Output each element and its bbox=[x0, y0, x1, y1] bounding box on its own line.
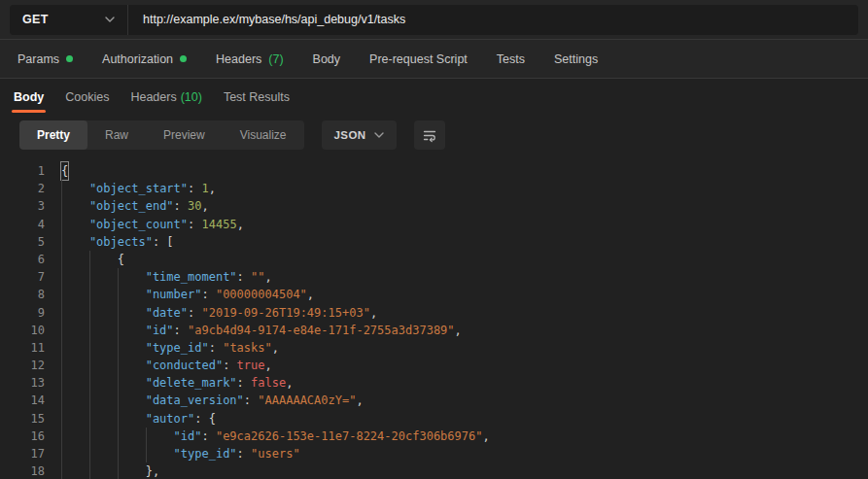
tab-label: Headers bbox=[216, 52, 261, 66]
line-content: "object_end": 30, bbox=[61, 197, 209, 215]
method-select[interactable]: GET bbox=[10, 5, 128, 35]
response-tab-test-results[interactable]: Test Results bbox=[222, 81, 292, 114]
request-tab-settings[interactable]: Settings bbox=[554, 52, 598, 66]
chevron-down-icon bbox=[105, 17, 115, 22]
line-number: 10 bbox=[0, 322, 45, 339]
token-bool: false bbox=[251, 374, 286, 392]
line-content: "object_start": 1, bbox=[61, 180, 216, 197]
code-line: 1{ bbox=[0, 162, 868, 180]
token-str: "tasks" bbox=[223, 339, 272, 357]
view-mode-raw[interactable]: Raw bbox=[87, 120, 146, 150]
indent-guide bbox=[89, 268, 118, 286]
token-brace-hl: { bbox=[61, 162, 68, 180]
code-line: 3"object_end": 30, bbox=[0, 197, 868, 215]
indent-guide bbox=[61, 339, 89, 357]
indent-guide bbox=[89, 392, 118, 409]
token-key: "id" bbox=[146, 322, 174, 339]
token-key: "objects" bbox=[89, 233, 153, 251]
token-key: "autor" bbox=[146, 410, 195, 428]
indent-guide bbox=[118, 374, 146, 392]
code-line: 14"data_version": "AAAAAACA0zY=", bbox=[0, 392, 868, 409]
response-tab-cookies[interactable]: Cookies bbox=[63, 81, 111, 114]
indent-guide bbox=[89, 357, 118, 374]
token-punc: : bbox=[237, 445, 251, 462]
indent-guide bbox=[89, 462, 118, 479]
token-punc: : bbox=[237, 268, 251, 286]
line-number: 5 bbox=[0, 233, 45, 251]
request-tab-params[interactable]: Params bbox=[17, 52, 73, 66]
format-select[interactable]: JSON bbox=[322, 120, 398, 150]
indent-guide bbox=[118, 357, 146, 374]
indent-guide bbox=[118, 462, 146, 479]
green-dot-icon bbox=[66, 55, 73, 62]
line-content: "id": "e9ca2626-153e-11e7-8224-20cf306b6… bbox=[61, 428, 490, 445]
response-tab-headers[interactable]: Headers(10) bbox=[128, 81, 203, 114]
request-tab-pre-request-script[interactable]: Pre-request Script bbox=[369, 52, 468, 66]
indent-guide bbox=[118, 322, 146, 339]
response-view-controls: PrettyRawPreviewVisualize JSON bbox=[19, 120, 868, 150]
indent-guide bbox=[118, 392, 146, 409]
url-input[interactable]: http://example.ex/mybase/hs/api_debug/v1… bbox=[128, 5, 858, 35]
indent-guide bbox=[146, 445, 174, 462]
line-content: "type_id": "users" bbox=[61, 445, 300, 462]
line-number: 9 bbox=[0, 304, 45, 322]
line-content: "date": "2019-09-26T19:49:15+03", bbox=[61, 304, 377, 322]
token-key: "time_moment" bbox=[146, 268, 237, 286]
token-punc: : bbox=[188, 180, 201, 197]
request-tabs: ParamsAuthorizationHeaders(7)BodyPre-req… bbox=[0, 40, 868, 79]
code-line: 17"type_id": "users" bbox=[0, 445, 868, 462]
indent-guide bbox=[89, 410, 118, 428]
view-mode-preview[interactable]: Preview bbox=[146, 120, 223, 150]
wrap-text-button[interactable] bbox=[414, 120, 445, 150]
token-punc: : bbox=[201, 286, 215, 303]
line-content: "delete_mark": false, bbox=[61, 374, 293, 392]
token-str: "a9cb4d94-9174-e84e-171f-2755a3d37389" bbox=[188, 322, 455, 339]
token-punc: { bbox=[118, 251, 124, 268]
indent-guide bbox=[89, 286, 118, 303]
request-tab-headers[interactable]: Headers(7) bbox=[216, 52, 284, 66]
line-number: 7 bbox=[0, 268, 45, 286]
line-content: "time_moment": "", bbox=[61, 268, 272, 286]
line-number: 17 bbox=[0, 445, 45, 462]
code-line: 9"date": "2019-09-26T19:49:15+03", bbox=[0, 304, 868, 322]
request-url-bar: GET http://example.ex/mybase/hs/api_debu… bbox=[0, 0, 868, 40]
indent-guide bbox=[61, 462, 89, 479]
indent-guide bbox=[118, 304, 146, 322]
indent-guide bbox=[61, 286, 89, 303]
token-punc: , bbox=[370, 304, 377, 322]
indent-guide bbox=[61, 197, 89, 215]
text-wrap-icon bbox=[422, 127, 437, 143]
token-punc: : bbox=[237, 374, 251, 392]
tab-count-badge: (10) bbox=[181, 90, 202, 104]
view-mode-pretty[interactable]: Pretty bbox=[19, 120, 87, 150]
line-content: "id": "a9cb4d94-9174-e84e-171f-2755a3d37… bbox=[61, 322, 462, 339]
response-tab-body[interactable]: Body bbox=[12, 81, 46, 114]
chevron-down-icon bbox=[374, 132, 384, 138]
indent-guide bbox=[89, 374, 118, 392]
indent-guide bbox=[61, 216, 89, 233]
line-number: 6 bbox=[0, 251, 45, 268]
token-key: "data_version" bbox=[146, 392, 244, 409]
line-content: "type_id": "tasks", bbox=[61, 339, 279, 357]
indent-guide bbox=[89, 445, 118, 462]
request-tab-tests[interactable]: Tests bbox=[497, 52, 525, 66]
indent-guide bbox=[61, 410, 89, 428]
token-key: "object_end" bbox=[89, 197, 174, 215]
token-punc: , bbox=[265, 357, 272, 374]
indent-guide bbox=[61, 322, 89, 339]
url-control: GET http://example.ex/mybase/hs/api_debu… bbox=[10, 5, 858, 35]
line-content: { bbox=[61, 251, 124, 268]
indent-guide bbox=[61, 304, 89, 322]
token-punc: : bbox=[244, 392, 258, 409]
code-line: 16"id": "e9ca2626-153e-11e7-8224-20cf306… bbox=[0, 428, 868, 445]
view-mode-visualize[interactable]: Visualize bbox=[223, 120, 304, 150]
token-key: "id" bbox=[174, 428, 202, 445]
indent-guide bbox=[89, 304, 118, 322]
code-line: 11"type_id": "tasks", bbox=[0, 339, 868, 357]
response-body-editor[interactable]: 1{2"object_start": 1,3"object_end": 30,4… bbox=[0, 156, 868, 479]
token-bool: true bbox=[237, 357, 265, 374]
request-tab-body[interactable]: Body bbox=[313, 52, 341, 66]
indent-guide bbox=[61, 445, 89, 462]
request-tab-authorization[interactable]: Authorization bbox=[102, 52, 187, 66]
line-content: { bbox=[61, 162, 68, 180]
